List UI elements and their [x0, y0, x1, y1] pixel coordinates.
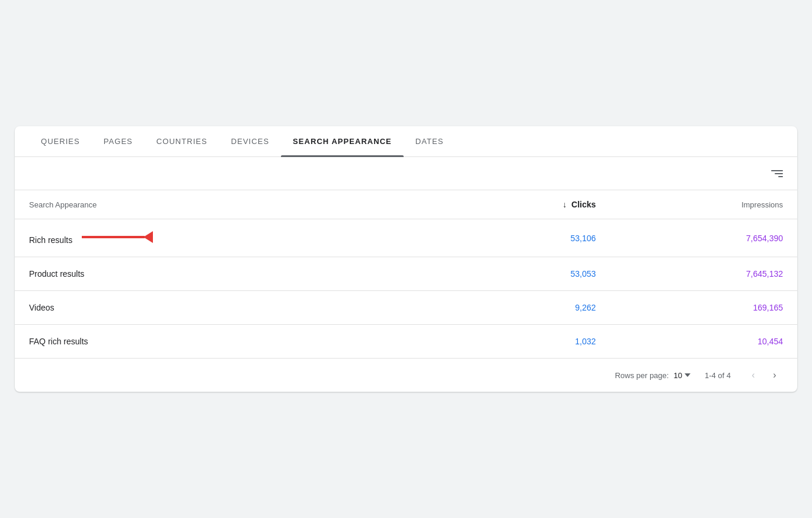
cell-clicks: 1,032 [445, 325, 610, 359]
cell-name: FAQ rich results [15, 325, 445, 359]
tab-countries[interactable]: COUNTRIES [145, 126, 219, 156]
table-footer: Rows per page: 10 1-4 of 4 ‹ › [15, 358, 797, 392]
cell-clicks: 53,053 [445, 257, 610, 291]
rows-per-page: Rows per page: 10 [615, 371, 690, 380]
next-page-button[interactable]: › [766, 367, 783, 383]
tab-devices[interactable]: DEVICES [219, 126, 281, 156]
cell-name: Rich results [15, 219, 445, 257]
pagination-info: 1-4 of 4 [705, 371, 731, 380]
tab-bar: QUERIES PAGES COUNTRIES DEVICES SEARCH A… [15, 126, 797, 157]
cell-impressions: 10,454 [610, 325, 797, 359]
filter-icon[interactable] [771, 170, 783, 177]
cell-impressions: 7,654,390 [610, 219, 797, 257]
table-row: Videos9,262169,165 [15, 291, 797, 325]
rows-per-page-label: Rows per page: [615, 371, 669, 380]
sort-down-arrow: ↓ [562, 200, 567, 209]
data-table: Search Appearance ↓ Clicks Impressions R… [15, 190, 797, 358]
cell-impressions: 7,645,132 [610, 257, 797, 291]
cell-clicks: 9,262 [445, 291, 610, 325]
table-row: Product results53,0537,645,132 [15, 257, 797, 291]
tab-queries[interactable]: QUERIES [29, 126, 92, 156]
cell-impressions: 169,165 [610, 291, 797, 325]
prev-page-button[interactable]: ‹ [745, 367, 762, 383]
cell-name: Product results [15, 257, 445, 291]
tab-search-appearance[interactable]: SEARCH APPEARANCE [281, 126, 404, 156]
red-arrow-icon [82, 231, 153, 243]
col-header-impressions: Impressions [610, 190, 797, 219]
cell-clicks: 53,106 [445, 219, 610, 257]
red-arrow-annotation [82, 231, 153, 243]
table-row: Rich results53,1067,654,390 [15, 219, 797, 257]
filter-bar [15, 157, 797, 190]
pagination-nav: ‹ › [745, 367, 783, 383]
tab-pages[interactable]: PAGES [92, 126, 145, 156]
main-card: QUERIES PAGES COUNTRIES DEVICES SEARCH A… [15, 126, 797, 392]
col-header-clicks[interactable]: ↓ Clicks [445, 190, 610, 219]
cell-name: Videos [15, 291, 445, 325]
chevron-down-icon [685, 373, 690, 377]
table-row: FAQ rich results1,03210,454 [15, 325, 797, 359]
rows-per-page-select[interactable]: 10 [673, 371, 690, 380]
col-header-name: Search Appearance [15, 190, 445, 219]
tab-dates[interactable]: DATES [404, 126, 456, 156]
rows-per-page-value: 10 [673, 371, 682, 380]
